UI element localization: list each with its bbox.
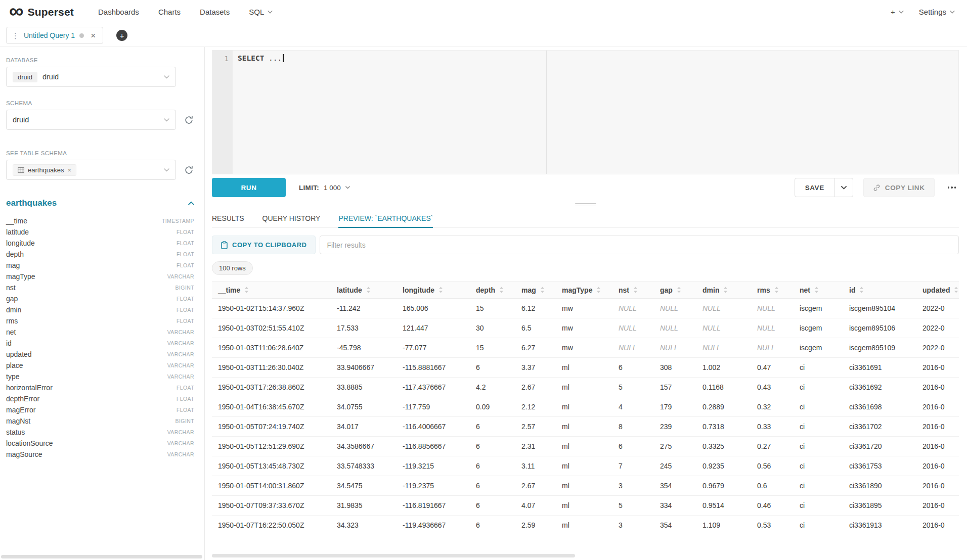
sort-icon[interactable]: [774, 287, 779, 293]
sort-icon[interactable]: [814, 287, 819, 293]
sort-icon[interactable]: [366, 287, 371, 293]
grid-cell: ci: [794, 456, 843, 476]
grid-column-header[interactable]: gap: [654, 282, 696, 299]
filter-results-input[interactable]: [320, 236, 959, 254]
app-logo[interactable]: ∞ Superset: [9, 5, 74, 19]
close-tab-icon[interactable]: ×: [91, 31, 96, 40]
sort-icon[interactable]: [244, 287, 249, 293]
grid-cell: ml: [556, 378, 612, 397]
grid-column-header[interactable]: longitude: [397, 282, 470, 299]
grid-cell: 0.9679: [696, 476, 751, 496]
sort-icon[interactable]: [596, 287, 601, 293]
grid-column-header[interactable]: net: [794, 282, 843, 299]
grid-column-header[interactable]: nst: [612, 282, 654, 299]
sort-icon[interactable]: [723, 287, 728, 293]
nav-item-datasets[interactable]: Datasets: [200, 0, 230, 24]
column-type: VARCHAR: [167, 329, 194, 335]
grid-column-header[interactable]: id: [843, 282, 916, 299]
copy-link-button[interactable]: COPY LINK: [863, 178, 935, 197]
more-options-button[interactable]: [945, 186, 959, 189]
nav-item-charts[interactable]: Charts: [158, 0, 181, 24]
navbar: ∞ Superset DashboardsChartsDatasetsSQL +…: [0, 0, 967, 24]
query-tab[interactable]: ⋮ Untitled Query 1 ×: [6, 27, 103, 44]
results-grid: __timelatitudelongitudedepthmagmagTypens…: [212, 281, 959, 535]
sort-icon[interactable]: [677, 287, 681, 293]
table-schema-panel-header[interactable]: earthquakes: [6, 198, 196, 208]
schema-select[interactable]: druid: [6, 110, 176, 130]
run-button[interactable]: RUN: [212, 178, 286, 197]
limit-dropdown[interactable]: LIMIT: 1 000: [299, 184, 350, 192]
grid-cell: NULL: [654, 318, 696, 338]
column-type: FLOAT: [177, 296, 194, 302]
sort-icon[interactable]: [859, 287, 864, 293]
drag-handle-icon[interactable]: ⋮: [12, 32, 19, 39]
grid-cell: ci: [794, 437, 843, 456]
column-type: FLOAT: [177, 407, 194, 413]
grid-cell: ci: [794, 476, 843, 496]
grid-cell: ci3361720: [843, 437, 916, 456]
grid-cell: 0.1168: [696, 378, 751, 397]
chevron-up-icon[interactable]: [188, 201, 194, 205]
copy-to-clipboard-button[interactable]: COPY TO CLIPBOARD: [212, 236, 316, 254]
grid-column-header[interactable]: latitude: [331, 282, 397, 299]
grid-horizontal-scrollbar[interactable]: [212, 554, 575, 557]
sort-icon[interactable]: [499, 287, 504, 293]
column-name: type: [6, 372, 19, 381]
nav-item-sql[interactable]: SQL: [249, 0, 273, 24]
grid-column-label: nst: [619, 286, 629, 294]
grid-column-label: __time: [218, 286, 240, 294]
results-tab[interactable]: RESULTS: [212, 209, 244, 227]
grid-row: 1950-01-05T12:51:29.690Z34.3586667-116.8…: [212, 437, 959, 456]
grid-column-header[interactable]: __time: [212, 282, 331, 299]
grid-cell: 354: [654, 516, 696, 535]
table-select[interactable]: earthquakes ×: [6, 160, 176, 180]
save-button[interactable]: SAVE: [795, 178, 834, 197]
add-tab-button[interactable]: +: [116, 30, 127, 41]
sql-editor[interactable]: 1 SELECT ...: [212, 50, 959, 174]
grid-cell: 1950-01-05T12:51:29.690Z: [212, 437, 331, 456]
grid-column-header[interactable]: depth: [470, 282, 515, 299]
pane-resize-divider[interactable]: [212, 201, 959, 209]
grid-column-header[interactable]: dmin: [696, 282, 751, 299]
schema-column-row: depthErrorFLOAT: [6, 393, 196, 404]
sort-icon[interactable]: [438, 287, 443, 293]
grid-cell: 2016-0: [916, 476, 959, 496]
nav-item-dashboards[interactable]: Dashboards: [98, 0, 139, 24]
grid-cell: 0.46: [751, 496, 794, 516]
grid-cell: iscgem895104: [843, 299, 916, 318]
results-tab[interactable]: PREVIEW: `EARTHQUAKES`: [338, 209, 433, 227]
sort-icon[interactable]: [540, 287, 545, 293]
new-item-dropdown[interactable]: +: [891, 8, 904, 16]
settings-menu[interactable]: Settings: [919, 8, 955, 16]
database-select[interactable]: druid druid: [6, 67, 176, 87]
refresh-tables-button[interactable]: [182, 163, 195, 176]
grid-column-header[interactable]: mag: [515, 282, 556, 299]
chevron-down-icon: [268, 11, 273, 14]
remove-table-icon[interactable]: ×: [68, 167, 72, 173]
grid-column-header[interactable]: updated: [916, 282, 959, 299]
grid-cell: 1950-01-07T09:37:33.670Z: [212, 496, 331, 516]
save-options-button[interactable]: [834, 178, 853, 197]
sidebar-horizontal-scrollbar[interactable]: [1, 555, 202, 558]
grid-cell: 0.09: [470, 397, 515, 417]
grid-column-header[interactable]: magType: [556, 282, 612, 299]
grid-column-header[interactable]: rms: [751, 282, 794, 299]
grid-cell: 6: [470, 437, 515, 456]
schema-column-row: magErrorFLOAT: [6, 404, 196, 415]
schema-column-row: horizontalErrorFLOAT: [6, 382, 196, 393]
grid-cell: 2022-0: [916, 318, 959, 338]
sort-icon[interactable]: [954, 287, 958, 293]
nav-item-label: Datasets: [200, 8, 230, 16]
results-tab[interactable]: QUERY HISTORY: [262, 209, 321, 227]
table-schema-title: earthquakes: [6, 198, 57, 208]
grid-cell: 2.59: [515, 516, 556, 535]
sort-icon[interactable]: [633, 287, 638, 293]
refresh-schema-button[interactable]: [182, 113, 195, 126]
editor-code-area[interactable]: SELECT ...: [233, 51, 958, 174]
sql-keyword: SELECT: [238, 54, 264, 62]
selected-table-tag: earthquakes ×: [13, 164, 76, 176]
column-name: latitude: [6, 228, 29, 236]
grid-column-label: dmin: [702, 286, 719, 294]
grid-cell: iscgem895109: [843, 338, 916, 358]
results-actions: COPY TO CLIPBOARD: [212, 236, 959, 254]
